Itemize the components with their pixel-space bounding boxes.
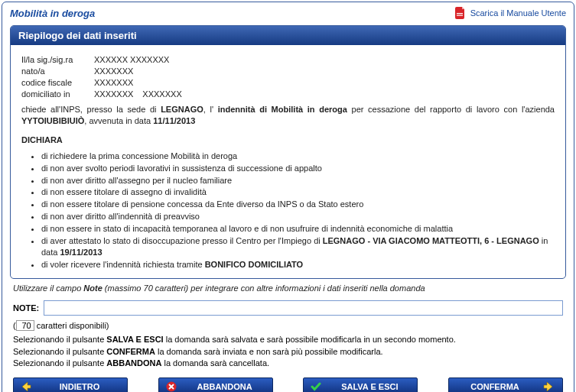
list-item: di non essere titolare di pensione conce…: [41, 199, 555, 210]
char-row: (70 caratteri disponibili): [13, 320, 563, 331]
note-input[interactable]: [44, 300, 563, 316]
list-item: di non aver diritto all'indennità di pre…: [41, 211, 555, 222]
list-item: di non essere titolare di assegno di inv…: [41, 186, 555, 198]
summary-panel: Riepilogo dei dati inseriti Il/la sig./s…: [10, 25, 566, 279]
list-item: di non aver diritto all'assegno per il n…: [41, 175, 555, 186]
declare-list: di richiedere la prima concessione Mobil…: [21, 151, 555, 270]
char-count: 70: [16, 320, 34, 331]
svg-rect-1: [457, 15, 463, 16]
row-birth: nato/a XXXXXXX: [21, 66, 555, 77]
note-label: NOTE:: [13, 303, 39, 313]
row-name: Il/la sig./sig.ra XXXXXX XXXXXXX: [21, 54, 555, 66]
arrow-right-icon: [542, 381, 555, 392]
row-domicile: domiciliato in XXXXXXX XXXXXXX: [21, 89, 555, 100]
download-manual-link[interactable]: Scarica il Manuale Utente: [454, 7, 566, 19]
confirm-button[interactable]: CONFERMA: [448, 377, 563, 392]
cancel-icon: [165, 381, 177, 392]
svg-rect-0: [457, 13, 463, 14]
arrow-left-icon: [20, 381, 32, 392]
list-item: di richiedere la prima concessione Mobil…: [41, 151, 555, 162]
list-item: di voler ricevere l'indennità richiesta …: [41, 259, 555, 271]
button-row: INDIETRO ABBANDONA SALVA E ESCI CONFERMA: [13, 377, 563, 392]
pdf-icon: [454, 7, 467, 19]
note-row: NOTE:: [13, 300, 563, 316]
abandon-button[interactable]: ABBANDONA: [158, 377, 273, 392]
list-item: di non aver svolto periodi lavorativi in…: [41, 163, 555, 174]
check-icon: [310, 381, 322, 392]
back-button[interactable]: INDIETRO: [13, 377, 128, 392]
save-exit-button[interactable]: SALVA E ESCI: [303, 377, 418, 392]
request-text: chiede all'INPS, presso la sede di LEGNA…: [21, 104, 555, 127]
page-container: Mobilità in deroga Scarica il Manuale Ut…: [2, 2, 574, 392]
list-item: di aver attestato lo stato di disoccupaz…: [41, 235, 555, 258]
topbar: Mobilità in deroga Scarica il Manuale Ut…: [2, 2, 574, 22]
declare-label: DICHIARA: [21, 134, 555, 146]
instructions: Selezionando il pulsante SALVA E ESCI la…: [13, 334, 563, 369]
download-manual-label: Scarica il Manuale Utente: [470, 8, 566, 18]
list-item: di non essere in stato di incapacità tem…: [41, 223, 555, 235]
page-title: Mobilità in deroga: [10, 8, 95, 19]
note-hint: Utilizzare il campo Note (massimo 70 car…: [13, 283, 563, 293]
row-cf: codice fiscale XXXXXXX: [21, 77, 555, 89]
panel-header: Riepilogo dei dati inseriti: [11, 26, 565, 45]
panel-body: Il/la sig./sig.ra XXXXXX XXXXXXX nato/a …: [11, 45, 565, 278]
